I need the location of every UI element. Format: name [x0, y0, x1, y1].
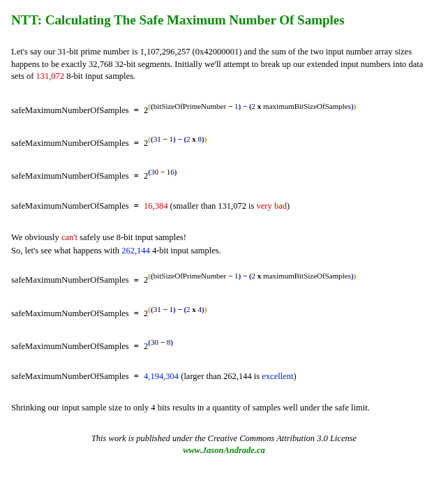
term-a: 30	[151, 338, 158, 346]
footer-url: www.JasonAndrade.ca	[183, 445, 265, 455]
mid-cant: can't	[61, 232, 77, 242]
mid-text-4: 4-bit input samples.	[150, 246, 221, 255]
term-a: 30	[151, 168, 158, 176]
equals-sign: =	[134, 201, 139, 211]
eq-exponent: ((bitSizeOfPrimeNumber − 1) − (2 x maxim…	[148, 272, 356, 280]
minus-sign: −	[161, 135, 170, 143]
equals-sign: =	[134, 138, 139, 148]
result-value: 4,194,304	[144, 371, 179, 381]
term-a: 31	[154, 135, 161, 143]
equals-sign: =	[134, 341, 139, 351]
eq-lhs: safeMaximumNumberOfSamples	[11, 201, 129, 211]
equals-sign: =	[134, 309, 139, 318]
eq-exponent: (30 − 8)	[148, 338, 173, 346]
result-note-2: )	[287, 201, 290, 211]
minus-sign: −	[241, 272, 249, 280]
equation-symbolic-8bit: safeMaximumNumberOfSamples = 2((bitSizeO…	[11, 103, 437, 116]
mid-highlight-262144: 262,144	[121, 246, 150, 255]
equation-result-4bit: safeMaximumNumberOfSamples = 4,194,304 (…	[11, 371, 437, 382]
paren-outer-close: )	[204, 135, 207, 143]
minus-sign: −	[226, 102, 234, 110]
equation-result-8bit: safeMaximumNumberOfSamples = 16,384 (sma…	[11, 201, 437, 211]
term-c: 2	[186, 135, 191, 143]
eq-lhs: safeMaximumNumberOfSamples	[11, 276, 129, 285]
eq-lhs: safeMaximumNumberOfSamples	[11, 171, 129, 181]
footer-license: This work is published under the Creativ…	[91, 433, 357, 443]
result-value: 16,384	[144, 201, 167, 211]
eq-lhs: safeMaximumNumberOfSamples	[11, 105, 129, 115]
minus-sign: −	[158, 338, 167, 346]
equals-sign: =	[134, 371, 139, 381]
result-note-1: (larger than 262,144 is	[179, 371, 262, 381]
eq-lhs: safeMaximumNumberOfSamples	[11, 341, 129, 351]
result-bad: very bad	[257, 201, 287, 211]
eq-lhs: safeMaximumNumberOfSamples	[11, 309, 129, 318]
equals-sign: =	[134, 276, 139, 285]
footer: This work is published under the Creativ…	[11, 433, 437, 457]
eq-exponent: ((31 − 1) − (2 x 4))	[148, 305, 207, 313]
eq-lhs: safeMaximumNumberOfSamples	[11, 371, 129, 381]
equation-step2-8bit: safeMaximumNumberOfSamples = 2(30 − 16)	[11, 168, 437, 181]
page-title: NTT: Calculating The Safe Maximum Number…	[11, 13, 437, 28]
minus-sign: −	[226, 272, 234, 280]
intro-paragraph: Let's say our 31-bit prime number is 1,1…	[11, 46, 437, 83]
minus-sign: −	[176, 135, 184, 143]
equals-sign: =	[134, 171, 139, 181]
minus-sign: −	[161, 305, 170, 313]
eq-lhs: safeMaximumNumberOfSamples	[11, 138, 129, 148]
equals-sign: =	[134, 105, 139, 115]
equation-step1-8bit: safeMaximumNumberOfSamples = 2((31 − 1) …	[11, 135, 437, 149]
result-good: excellent	[262, 371, 293, 381]
paren-close: )	[170, 338, 173, 346]
minus-sign: −	[241, 102, 249, 110]
term-a: 31	[154, 305, 161, 313]
paren-outer-close: )	[354, 102, 357, 110]
term-a: bitSizeOfPrimeNumber	[154, 102, 226, 110]
mid-text-3: So, let's see what happens with	[11, 246, 121, 255]
intro-text-2: 8-bit input samples.	[64, 71, 135, 81]
result-note-1: (smaller than 131,072 is	[167, 201, 256, 211]
eq-exponent: ((bitSizeOfPrimeNumber − 1) − (2 x maxim…	[148, 102, 356, 110]
paren-close: )	[174, 168, 177, 176]
term-d: maximumBitSizeOfSamples	[263, 272, 351, 280]
result-note-2: )	[293, 371, 296, 381]
term-a: bitSizeOfPrimeNumber	[154, 272, 226, 280]
intro-highlight-131072: 131,072	[36, 71, 64, 81]
term-d: maximumBitSizeOfSamples	[263, 102, 351, 110]
term-c: 2	[186, 305, 191, 313]
eq-exponent: ((31 − 1) − (2 x 8))	[148, 135, 207, 143]
mid-paragraph: We obviously can't safely use 8-bit inpu…	[11, 231, 437, 258]
eq-exponent: (30 − 16)	[148, 168, 177, 176]
mid-text-2: safely use 8-bit input samples!	[77, 232, 186, 242]
minus-sign: −	[176, 305, 184, 313]
minus-sign: −	[158, 168, 167, 176]
equation-step1-4bit: safeMaximumNumberOfSamples = 2((31 − 1) …	[11, 306, 437, 319]
term-b: 16	[167, 168, 174, 176]
paren-outer-close: )	[204, 305, 207, 313]
mid-text-1: We obviously	[11, 232, 61, 242]
conclusion-paragraph: Shrinking our input sample size to only …	[11, 401, 437, 415]
equation-symbolic-4bit: safeMaximumNumberOfSamples = 2((bitSizeO…	[11, 272, 437, 285]
paren-outer-close: )	[354, 272, 357, 280]
equation-step2-4bit: safeMaximumNumberOfSamples = 2(30 − 8)	[11, 339, 437, 352]
